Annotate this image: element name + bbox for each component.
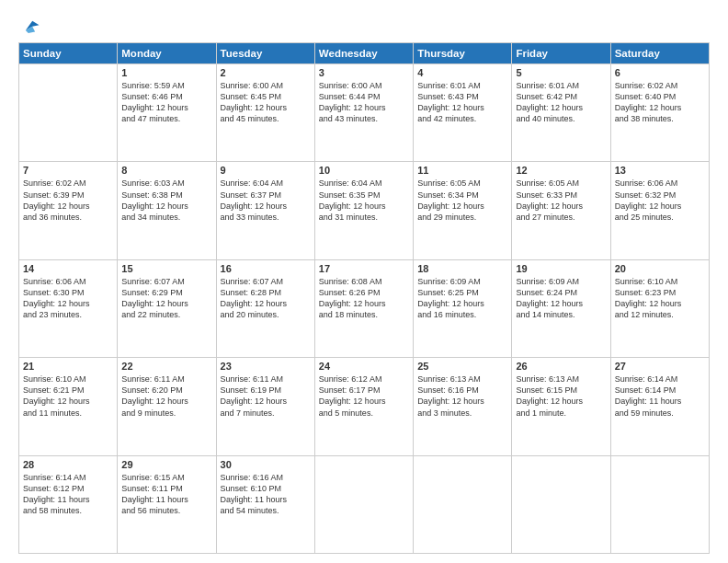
table-row: 25Sunrise: 6:13 AM Sunset: 6:16 PM Dayli… <box>414 358 512 455</box>
day-number: 4 <box>417 67 507 78</box>
table-row: 21Sunrise: 6:10 AM Sunset: 6:21 PM Dayli… <box>19 358 118 455</box>
calendar-week-row: 1Sunrise: 5:59 AM Sunset: 6:46 PM Daylig… <box>19 64 710 162</box>
daylight-hours: Sunrise: 6:02 AM Sunset: 6:40 PM Dayligh… <box>615 80 705 125</box>
day-number: 14 <box>23 263 113 274</box>
daylight-hours: Sunrise: 6:15 AM Sunset: 6:11 PM Dayligh… <box>121 472 211 517</box>
daylight-hours: Sunrise: 6:00 AM Sunset: 6:44 PM Dayligh… <box>319 80 409 125</box>
col-saturday: Saturday <box>610 43 709 64</box>
table-row <box>414 455 512 553</box>
day-number: 29 <box>121 459 211 470</box>
col-friday: Friday <box>512 43 610 64</box>
day-number: 12 <box>516 165 606 176</box>
daylight-hours: Sunrise: 6:11 AM Sunset: 6:19 PM Dayligh… <box>221 373 311 419</box>
daylight-hours: Sunrise: 6:05 AM Sunset: 6:33 PM Dayligh… <box>516 178 606 223</box>
table-row: 9Sunrise: 6:04 AM Sunset: 6:37 PM Daylig… <box>216 162 314 259</box>
daylight-hours: Sunrise: 6:14 AM Sunset: 6:12 PM Dayligh… <box>23 472 113 517</box>
daylight-hours: Sunrise: 6:10 AM Sunset: 6:21 PM Dayligh… <box>23 373 113 419</box>
table-row: 8Sunrise: 6:03 AM Sunset: 6:38 PM Daylig… <box>118 162 216 259</box>
daylight-hours: Sunrise: 6:11 AM Sunset: 6:20 PM Dayligh… <box>121 373 211 419</box>
col-wednesday: Wednesday <box>314 43 413 64</box>
day-number: 10 <box>319 165 409 176</box>
header <box>18 17 710 33</box>
day-number: 25 <box>417 361 507 372</box>
table-row: 19Sunrise: 6:09 AM Sunset: 6:24 PM Dayli… <box>512 259 610 357</box>
table-row: 23Sunrise: 6:11 AM Sunset: 6:19 PM Dayli… <box>216 358 314 455</box>
day-number: 30 <box>221 459 311 470</box>
table-row <box>512 455 610 553</box>
table-row: 26Sunrise: 6:13 AM Sunset: 6:15 PM Dayli… <box>512 358 610 455</box>
table-row <box>314 455 413 553</box>
daylight-hours: Sunrise: 6:06 AM Sunset: 6:32 PM Dayligh… <box>615 178 705 223</box>
table-row: 15Sunrise: 6:07 AM Sunset: 6:29 PM Dayli… <box>118 259 216 357</box>
calendar-header-row: Sunday Monday Tuesday Wednesday Thursday… <box>19 43 710 64</box>
calendar-week-row: 14Sunrise: 6:06 AM Sunset: 6:30 PM Dayli… <box>19 259 710 357</box>
daylight-hours: Sunrise: 6:06 AM Sunset: 6:30 PM Dayligh… <box>23 276 113 321</box>
day-number: 17 <box>319 263 409 274</box>
day-number: 26 <box>516 361 606 372</box>
day-number: 3 <box>319 67 409 78</box>
daylight-hours: Sunrise: 6:03 AM Sunset: 6:38 PM Dayligh… <box>121 178 211 223</box>
daylight-hours: Sunrise: 6:07 AM Sunset: 6:29 PM Dayligh… <box>121 276 211 321</box>
day-number: 22 <box>121 361 211 372</box>
table-row: 16Sunrise: 6:07 AM Sunset: 6:28 PM Dayli… <box>216 259 314 357</box>
table-row: 13Sunrise: 6:06 AM Sunset: 6:32 PM Dayli… <box>610 162 709 259</box>
table-row: 30Sunrise: 6:16 AM Sunset: 6:10 PM Dayli… <box>216 455 314 553</box>
daylight-hours: Sunrise: 6:02 AM Sunset: 6:39 PM Dayligh… <box>23 178 113 223</box>
day-number: 18 <box>417 263 507 274</box>
table-row: 2Sunrise: 6:00 AM Sunset: 6:45 PM Daylig… <box>216 64 314 162</box>
day-number: 5 <box>516 67 606 78</box>
daylight-hours: Sunrise: 6:14 AM Sunset: 6:14 PM Dayligh… <box>615 373 705 419</box>
calendar-table: Sunday Monday Tuesday Wednesday Thursday… <box>18 42 710 554</box>
daylight-hours: Sunrise: 6:13 AM Sunset: 6:15 PM Dayligh… <box>516 373 606 419</box>
page: Sunday Monday Tuesday Wednesday Thursday… <box>0 0 728 563</box>
table-row: 18Sunrise: 6:09 AM Sunset: 6:25 PM Dayli… <box>414 259 512 357</box>
daylight-hours: Sunrise: 6:01 AM Sunset: 6:42 PM Dayligh… <box>516 80 606 125</box>
table-row: 4Sunrise: 6:01 AM Sunset: 6:43 PM Daylig… <box>414 64 512 162</box>
daylight-hours: Sunrise: 6:13 AM Sunset: 6:16 PM Dayligh… <box>417 373 507 419</box>
table-row: 14Sunrise: 6:06 AM Sunset: 6:30 PM Dayli… <box>19 259 118 357</box>
daylight-hours: Sunrise: 6:12 AM Sunset: 6:17 PM Dayligh… <box>319 373 409 419</box>
day-number: 16 <box>221 263 311 274</box>
logo-bird-icon <box>20 17 40 37</box>
table-row: 27Sunrise: 6:14 AM Sunset: 6:14 PM Dayli… <box>610 358 709 455</box>
table-row: 12Sunrise: 6:05 AM Sunset: 6:33 PM Dayli… <box>512 162 610 259</box>
day-number: 1 <box>121 67 211 78</box>
table-row: 28Sunrise: 6:14 AM Sunset: 6:12 PM Dayli… <box>19 455 118 553</box>
table-row: 5Sunrise: 6:01 AM Sunset: 6:42 PM Daylig… <box>512 64 610 162</box>
day-number: 9 <box>221 165 311 176</box>
table-row: 1Sunrise: 5:59 AM Sunset: 6:46 PM Daylig… <box>118 64 216 162</box>
daylight-hours: Sunrise: 6:00 AM Sunset: 6:45 PM Dayligh… <box>221 80 311 125</box>
logo <box>18 17 40 33</box>
day-number: 21 <box>23 361 113 372</box>
table-row: 11Sunrise: 6:05 AM Sunset: 6:34 PM Dayli… <box>414 162 512 259</box>
calendar-week-row: 7Sunrise: 6:02 AM Sunset: 6:39 PM Daylig… <box>19 162 710 259</box>
daylight-hours: Sunrise: 6:04 AM Sunset: 6:35 PM Dayligh… <box>319 178 409 223</box>
daylight-hours: Sunrise: 6:05 AM Sunset: 6:34 PM Dayligh… <box>417 178 507 223</box>
daylight-hours: Sunrise: 5:59 AM Sunset: 6:46 PM Dayligh… <box>121 80 211 125</box>
day-number: 28 <box>23 459 113 470</box>
daylight-hours: Sunrise: 6:08 AM Sunset: 6:26 PM Dayligh… <box>319 276 409 321</box>
day-number: 11 <box>417 165 507 176</box>
daylight-hours: Sunrise: 6:09 AM Sunset: 6:24 PM Dayligh… <box>516 276 606 321</box>
day-number: 2 <box>221 67 311 78</box>
table-row <box>610 455 709 553</box>
calendar-week-row: 28Sunrise: 6:14 AM Sunset: 6:12 PM Dayli… <box>19 455 710 553</box>
table-row: 6Sunrise: 6:02 AM Sunset: 6:40 PM Daylig… <box>610 64 709 162</box>
table-row: 20Sunrise: 6:10 AM Sunset: 6:23 PM Dayli… <box>610 259 709 357</box>
daylight-hours: Sunrise: 6:09 AM Sunset: 6:25 PM Dayligh… <box>417 276 507 321</box>
table-row: 24Sunrise: 6:12 AM Sunset: 6:17 PM Dayli… <box>314 358 413 455</box>
table-row: 10Sunrise: 6:04 AM Sunset: 6:35 PM Dayli… <box>314 162 413 259</box>
day-number: 6 <box>615 67 705 78</box>
calendar-week-row: 21Sunrise: 6:10 AM Sunset: 6:21 PM Dayli… <box>19 358 710 455</box>
daylight-hours: Sunrise: 6:10 AM Sunset: 6:23 PM Dayligh… <box>615 276 705 321</box>
table-row: 3Sunrise: 6:00 AM Sunset: 6:44 PM Daylig… <box>314 64 413 162</box>
table-row: 29Sunrise: 6:15 AM Sunset: 6:11 PM Dayli… <box>118 455 216 553</box>
daylight-hours: Sunrise: 6:07 AM Sunset: 6:28 PM Dayligh… <box>221 276 311 321</box>
col-sunday: Sunday <box>19 43 118 64</box>
day-number: 19 <box>516 263 606 274</box>
day-number: 15 <box>121 263 211 274</box>
day-number: 23 <box>221 361 311 372</box>
day-number: 24 <box>319 361 409 372</box>
col-thursday: Thursday <box>414 43 512 64</box>
col-monday: Monday <box>118 43 216 64</box>
